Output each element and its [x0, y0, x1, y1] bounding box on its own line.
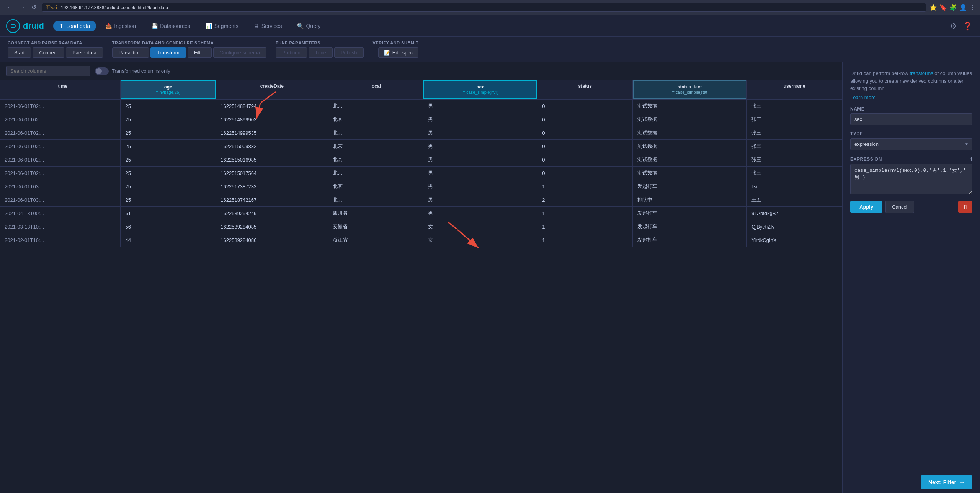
cell-age: 25: [121, 167, 216, 180]
nav-segments[interactable]: 📊 Segments: [199, 20, 245, 32]
col-header-status-text[interactable]: status_text= case_simple(stat: [633, 80, 747, 99]
cancel-button[interactable]: Cancel: [885, 201, 914, 213]
nav-ingestion[interactable]: 📥 Ingestion: [99, 20, 142, 32]
datasources-label: Datasources: [160, 23, 190, 29]
learn-more-link[interactable]: Learn more: [850, 95, 972, 100]
cell-sex: 男: [423, 193, 537, 207]
forward-button[interactable]: →: [17, 3, 28, 12]
cell-local: 四川省: [328, 207, 423, 220]
url-text: 192.168.64.177:8888/unified-console.html…: [61, 5, 168, 10]
panel-description: Druid can perform per-row transforms of …: [850, 70, 972, 100]
step-transform[interactable]: Transform: [150, 47, 186, 58]
delete-button[interactable]: 🗑: [958, 201, 972, 213]
col-header-username: username: [747, 80, 842, 99]
table-row: 2021-06-01T02:...251622515016985北京男0测试数据…: [0, 153, 842, 167]
type-section: Type expression: [850, 131, 972, 150]
cell-local: 安徽省: [328, 220, 423, 233]
cell-time: 2021-06-01T03:...: [0, 193, 121, 207]
segments-label: Segments: [214, 23, 238, 29]
cell-createDate: 1622515017564: [216, 167, 328, 180]
back-button[interactable]: ←: [5, 3, 15, 12]
step-configure-schema[interactable]: Configure schema: [213, 47, 267, 58]
cell-local: 北京: [328, 126, 423, 140]
query-label: Query: [306, 23, 320, 29]
logo-icon: ⊃: [6, 19, 20, 33]
nav-datasources[interactable]: 💾 Datasources: [145, 20, 196, 32]
col-header-local-label: local: [328, 80, 423, 92]
transformed-only-toggle[interactable]: [95, 67, 109, 75]
info-icon[interactable]: ℹ: [970, 156, 972, 162]
cell-sex: 男: [423, 167, 537, 180]
cell-time: 2021-06-01T02:...: [0, 140, 121, 153]
table-row: 2021-03-13T10:...561622539284085安徽省女1发起打…: [0, 220, 842, 233]
cell-createDate: 1622517387233: [216, 180, 328, 193]
nav-query[interactable]: 🔍 Query: [291, 20, 327, 32]
table-row: 2021-06-01T03:...251622517387233北京男1发起打车…: [0, 180, 842, 193]
cell-sex: 女: [423, 220, 537, 233]
step-filter[interactable]: Filter: [188, 47, 212, 58]
edit-spec-button[interactable]: 📝 Edit spec: [378, 47, 418, 58]
nav-services[interactable]: 🖥 Services: [248, 20, 288, 32]
nav-load-data[interactable]: ⬆ Load data: [53, 21, 96, 31]
gear-icon[interactable]: ⚙: [948, 20, 958, 32]
address-bar[interactable]: 不安全 192.168.64.177:8888/unified-console.…: [42, 3, 926, 12]
cell-status_text: 测试数据: [633, 153, 747, 167]
step-connect[interactable]: Connect: [33, 47, 64, 58]
star-icon[interactable]: ⭐: [929, 4, 937, 11]
datasources-icon: 💾: [151, 23, 158, 29]
table-row: 2021-06-01T03:...251622518742167北京男2排队中王…: [0, 193, 842, 207]
cell-status_text: 排队中: [633, 193, 747, 207]
apply-button[interactable]: Apply: [850, 201, 882, 213]
col-header-sex[interactable]: sex= case_simple(nvl(: [423, 80, 537, 99]
table-area: Transformed columns only __time age= nvl…: [0, 62, 842, 493]
col-header-local: local: [328, 80, 423, 99]
edit-spec-icon: 📝: [384, 50, 390, 56]
toggle-container: Transformed columns only: [95, 67, 170, 75]
cell-status: 0: [537, 140, 633, 153]
cell-status_text: 测试数据: [633, 140, 747, 153]
step-group-1-label: Connect and parse raw data: [8, 41, 103, 45]
step-parse-time[interactable]: Parse time: [112, 47, 149, 58]
col-header-age[interactable]: age= nvl(age,25): [121, 80, 216, 99]
cell-sex: 男: [423, 99, 537, 113]
cell-time: 2021-06-01T02:...: [0, 153, 121, 167]
name-input[interactable]: [850, 113, 972, 125]
sex-subtext: = case_simple(nvl(: [463, 90, 498, 95]
cell-createDate: 1622514899903: [216, 113, 328, 126]
cell-age: 61: [121, 207, 216, 220]
step-tune[interactable]: Tune: [309, 47, 333, 58]
refresh-button[interactable]: ↺: [29, 3, 39, 12]
cell-status_text: 测试数据: [633, 99, 747, 113]
step-publish[interactable]: Publish: [334, 47, 364, 58]
cell-username: 张三: [747, 113, 842, 126]
main-area: Transformed columns only __time age= nvl…: [0, 62, 980, 493]
extension-icon[interactable]: 🧩: [949, 4, 957, 11]
cell-status: 1: [537, 180, 633, 193]
transforms-link[interactable]: transforms: [910, 70, 933, 76]
cell-local: 北京: [328, 113, 423, 126]
step-partition[interactable]: Partition: [276, 47, 307, 58]
col-header-status: status: [537, 80, 633, 99]
cell-local: 北京: [328, 167, 423, 180]
cell-username: 张三: [747, 167, 842, 180]
bookmark-icon[interactable]: 🔖: [939, 4, 947, 11]
cell-status_text: 测试数据: [633, 126, 747, 140]
menu-icon[interactable]: ⋮: [969, 4, 975, 11]
cell-sex: 女: [423, 233, 537, 247]
account-icon[interactable]: 👤: [959, 4, 967, 11]
type-select[interactable]: expression: [850, 138, 972, 150]
cell-time: 2021-06-01T03:...: [0, 180, 121, 193]
cell-local: 北京: [328, 180, 423, 193]
right-panel: Druid can perform per-row transforms of …: [842, 62, 980, 493]
step-parse-data[interactable]: Parse data: [66, 47, 103, 58]
cell-local: 北京: [328, 153, 423, 167]
type-select-wrapper: expression: [850, 138, 972, 150]
step-start[interactable]: Start: [8, 47, 31, 58]
help-icon[interactable]: ❓: [961, 20, 974, 32]
cell-createDate: 1622539284086: [216, 233, 328, 247]
expression-input[interactable]: case_simple(nvl(sex,0),0,'男',1,'女','男'): [850, 164, 972, 194]
cell-status_text: 发起打车: [633, 180, 747, 193]
next-filter-button[interactable]: Next: Filter →: [921, 475, 972, 489]
search-input[interactable]: [6, 66, 90, 76]
cell-time: 2021-04-18T00:...: [0, 207, 121, 220]
